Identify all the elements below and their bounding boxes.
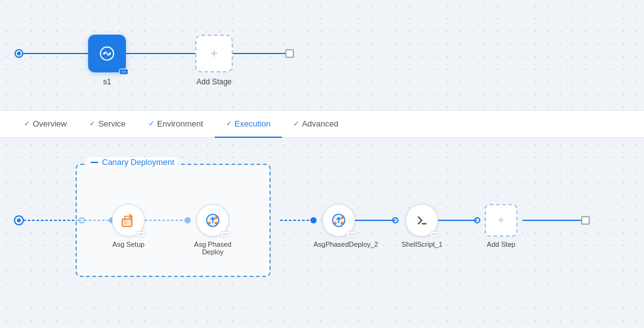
svg-point-20 — [393, 218, 398, 223]
stage-s1-badge: </> — [119, 69, 128, 75]
add-stage-label: Add Stage — [196, 77, 232, 86]
asg-phased-2-badge: </> — [346, 231, 356, 237]
asg-phased-2-icon — [330, 212, 347, 229]
tab-execution-label: Execution — [235, 119, 271, 128]
svg-point-31 — [215, 222, 217, 224]
execution-area: Canary Deployment </> Asg Setup — [0, 139, 644, 328]
tab-environment-label: Environment — [157, 119, 203, 128]
svg-point-0 — [15, 50, 23, 57]
asg-setup-label: Asg Setup — [113, 240, 145, 248]
step-asg-phased-2-circle[interactable]: </> — [322, 204, 355, 237]
step-asg-setup[interactable]: </> Asg Setup — [112, 204, 145, 248]
stage-box-s1[interactable]: </> — [88, 35, 126, 72]
tab-environment[interactable]: ✓ Environment — [137, 110, 215, 138]
tab-bar: ✓ Overview ✓ Service ✓ Environment ✓ Exe… — [0, 110, 644, 138]
asg-phased-icon — [205, 212, 221, 229]
step-asg-phased-deploy-2[interactable]: </> AsgPhasedDeploy_2 — [314, 204, 364, 248]
tab-overview-check: ✓ — [24, 120, 30, 128]
svg-point-29 — [215, 217, 217, 219]
svg-rect-5 — [286, 50, 293, 57]
tab-service-check: ✓ — [89, 120, 95, 128]
stage-s1-icon — [98, 45, 116, 62]
canary-deployment-box: Canary Deployment — [76, 164, 271, 277]
tab-execution[interactable]: ✓ Execution — [215, 110, 282, 138]
tab-advanced[interactable]: ✓ Advanced — [282, 110, 350, 138]
add-stage-node[interactable]: + Add Stage — [195, 35, 233, 86]
tab-execution-check: ✓ — [226, 120, 232, 128]
svg-point-36 — [341, 222, 343, 224]
shell-script-label: ShellScript_1 — [402, 240, 443, 248]
add-step-label: Add Step — [487, 240, 515, 248]
step-asg-setup-circle[interactable]: </> — [112, 204, 145, 237]
svg-point-9 — [14, 216, 23, 225]
svg-point-7 — [103, 52, 106, 55]
tab-overview-label: Overview — [33, 119, 67, 128]
asg-phased-badge: </> — [220, 231, 230, 237]
svg-rect-24 — [582, 217, 589, 224]
step-asg-phased-circle[interactable]: </> — [196, 204, 229, 237]
stage-s1-label: s1 — [103, 77, 111, 86]
step-asg-phased-deploy[interactable]: </> Asg Phased Deploy — [188, 204, 238, 256]
tab-advanced-check: ✓ — [293, 120, 299, 128]
svg-point-1 — [17, 52, 21, 55]
svg-point-34 — [341, 217, 343, 219]
asg-phased-label: Asg Phased Deploy — [188, 240, 238, 256]
tab-overview[interactable]: ✓ Overview — [13, 110, 78, 138]
asg-phased-2-label: AsgPhasedDeploy_2 — [314, 240, 364, 248]
canvas-area: </> s1 + Add Stage ✓ Overview ✓ Service … — [0, 0, 644, 328]
tab-service[interactable]: ✓ Service — [78, 110, 137, 138]
canary-dash-icon — [91, 162, 98, 163]
shell-script-badge: </> — [430, 231, 439, 237]
asg-setup-badge: </> — [136, 231, 145, 237]
shell-script-icon — [414, 212, 430, 229]
svg-point-10 — [17, 218, 21, 222]
tab-advanced-label: Advanced — [302, 119, 339, 128]
step-shell-script[interactable]: </> ShellScript_1 — [402, 204, 443, 248]
stage-s1[interactable]: </> s1 — [88, 35, 126, 86]
svg-point-35 — [334, 222, 336, 224]
svg-point-8 — [109, 52, 111, 55]
add-step-node[interactable]: + Add Step — [485, 204, 517, 248]
svg-point-22 — [475, 218, 480, 223]
asg-setup-icon — [120, 212, 137, 229]
canary-label: Canary Deployment — [87, 157, 178, 167]
svg-point-30 — [208, 222, 210, 224]
add-step-box[interactable]: + — [485, 204, 517, 237]
add-stage-box[interactable]: + — [195, 35, 233, 72]
step-shell-circle[interactable]: </> — [405, 204, 438, 237]
tab-environment-check: ✓ — [149, 120, 154, 128]
tab-service-label: Service — [98, 119, 125, 128]
